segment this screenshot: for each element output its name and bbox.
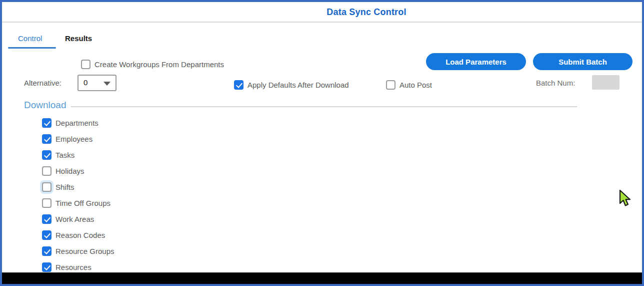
auto-post-row[interactable]: Auto Post [386,80,432,90]
download-item-resources[interactable]: Resources [42,262,114,272]
download-item-employees[interactable]: Employees [42,134,114,144]
checkbox-label-resources: Resources [56,263,92,271]
checkbox-label-work-areas: Work Areas [56,215,94,223]
download-item-departments[interactable]: Departments [42,118,114,128]
checkbox-label-reason-codes: Reason Codes [56,231,105,239]
apply-defaults-row[interactable]: Apply Defaults After Download [234,80,349,90]
checkbox-label-departments: Departments [56,119,98,127]
checkbox-label-tasks: Tasks [56,151,74,159]
download-item-time-off-groups[interactable]: Time Off Groups [42,198,114,208]
download-item-reason-codes[interactable]: Reason Codes [42,230,114,240]
checkbox-tasks[interactable] [42,150,52,160]
apply-defaults-label: Apply Defaults After Download [248,81,349,89]
create-workgroups-checkbox[interactable] [81,60,90,69]
title-bar: Data Sync Control [2,2,642,23]
auto-post-label: Auto Post [400,81,432,89]
download-item-shifts[interactable]: Shifts [42,182,114,192]
checkbox-label-resource-groups: Resource Groups [56,247,114,255]
download-list: DepartmentsEmployeesTasksHolidaysShiftsT… [42,118,114,278]
download-item-resource-groups[interactable]: Resource Groups [42,246,114,256]
page-title: Data Sync Control [91,2,642,23]
checkbox-reason-codes[interactable] [42,230,52,240]
alternative-dropdown[interactable]: 0 [78,75,116,91]
download-section-divider [71,106,577,107]
apply-defaults-checkbox[interactable] [234,80,244,90]
create-workgroups-label: Create Workgroups From Departments [94,60,224,69]
chevron-down-icon [104,82,110,86]
load-parameters-button[interactable]: Load Parameters [426,53,526,70]
checkbox-shifts[interactable] [42,182,52,192]
auto-post-checkbox[interactable] [386,80,396,90]
checkbox-label-shifts: Shifts [56,183,74,191]
tab-control[interactable]: Control [18,34,42,43]
checkbox-label-time-off-groups: Time Off Groups [56,199,110,207]
checkbox-employees[interactable] [42,134,52,144]
submit-batch-button[interactable]: Submit Batch [533,53,632,70]
batch-num-label: Batch Num: [536,79,575,87]
checkbox-resource-groups[interactable] [42,246,52,256]
checkbox-label-holidays: Holidays [56,167,84,175]
active-tab-indicator [8,47,56,49]
download-item-holidays[interactable]: Holidays [42,166,114,176]
checkbox-departments[interactable] [42,118,52,128]
checkbox-label-employees: Employees [56,135,92,143]
checkbox-holidays[interactable] [42,166,52,176]
download-item-work-areas[interactable]: Work Areas [42,214,114,224]
data-sync-control-window: Data Sync Control Control Results Create… [0,0,644,286]
alternative-label: Alternative: [24,79,62,87]
alternative-value: 0 [84,78,88,87]
checkbox-work-areas[interactable] [42,214,52,224]
mouse-cursor-icon [618,189,632,210]
checkbox-resources[interactable] [42,262,52,272]
download-section-title: Download [24,100,66,111]
batch-num-field [592,75,620,90]
tab-results[interactable]: Results [65,34,92,43]
checkbox-time-off-groups[interactable] [42,198,52,208]
bottom-black-bar [2,272,642,284]
download-item-tasks[interactable]: Tasks [42,150,114,160]
create-workgroups-row[interactable]: Create Workgroups From Departments [81,60,224,69]
